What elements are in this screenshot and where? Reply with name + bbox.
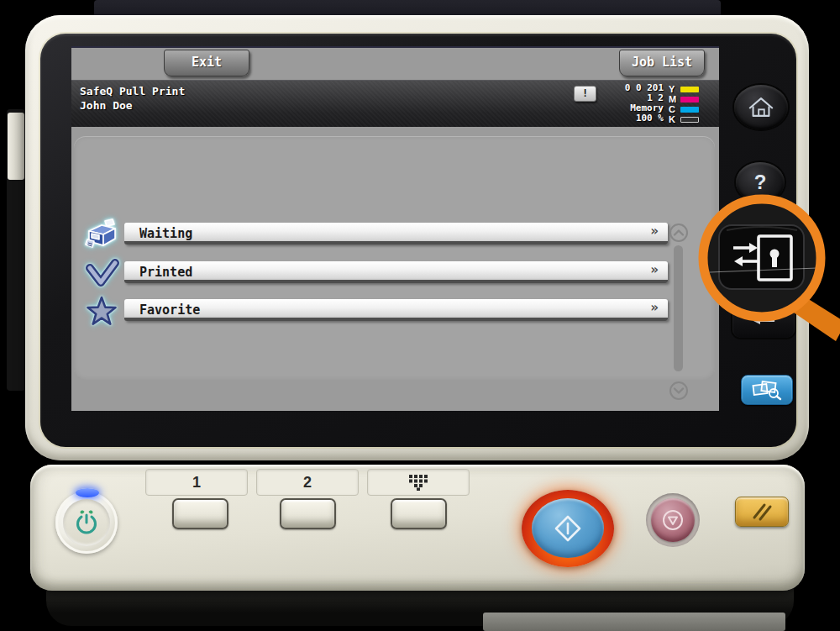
list-item-waiting[interactable]: Waiting »: [124, 223, 668, 245]
list-panel: [74, 136, 715, 380]
home-icon: [747, 95, 775, 119]
screen-housing: Exit Job List SafeQ Pull Print John Doe …: [25, 15, 809, 460]
toner-bar-black: [680, 117, 699, 123]
screen-main-area: Waiting » Printed » Favorite »: [71, 126, 719, 411]
list-item-label: Favorite: [139, 302, 200, 318]
printer-control-panel: Exit Job List SafeQ Pull Print John Doe …: [0, 0, 840, 631]
program-key-2[interactable]: [280, 498, 336, 529]
power-eco-icon: [72, 508, 101, 537]
preview-button[interactable]: [741, 375, 793, 405]
toner-row-cyan: C: [669, 104, 699, 114]
reset-icon: [747, 501, 777, 523]
key-plate-keypad: [367, 469, 470, 496]
toner-row-yellow: Y: [669, 84, 699, 94]
check-icon: [84, 256, 119, 292]
reset-button[interactable]: [735, 497, 789, 527]
scroll-down-button[interactable]: [669, 381, 689, 401]
toner-bar-magenta: [680, 97, 699, 103]
preview-icon: [751, 380, 783, 401]
toner-row-black: K: [669, 114, 699, 124]
access-login-button[interactable]: [719, 225, 804, 289]
power-button-face: [63, 499, 110, 546]
key-1-label: 1: [192, 474, 201, 492]
start-icon: [553, 513, 583, 544]
chevron-right-icon: »: [650, 223, 658, 239]
star-icon: [84, 294, 119, 329]
program-key-1[interactable]: [172, 498, 228, 529]
toner-bar-cyan: [680, 107, 699, 113]
start-button[interactable]: [522, 490, 614, 567]
list-item-favorite[interactable]: Favorite »: [124, 299, 668, 321]
menu-return-button[interactable]: [732, 301, 795, 338]
stylus: [8, 113, 24, 180]
stop-button-well: [646, 493, 700, 547]
key-plate-1: 1: [145, 469, 248, 496]
touchscreen: Exit Job List SafeQ Pull Print John Doe …: [71, 46, 719, 411]
key-2-label: 2: [303, 474, 312, 492]
job-list-button[interactable]: Job List: [619, 50, 705, 76]
home-button[interactable]: [734, 85, 788, 129]
menu-return-icon: [749, 309, 778, 329]
help-label: ?: [754, 171, 767, 194]
list-item-printed[interactable]: Printed »: [124, 261, 668, 283]
status-date: 0 0 201: [538, 83, 664, 93]
toner-levels: Y M C K: [669, 84, 699, 124]
keypad-panel: 1 2: [30, 465, 805, 591]
chevron-right-icon: »: [650, 299, 658, 315]
status-memory-value: 100 %: [538, 113, 664, 124]
key-plate-2: 2: [256, 469, 359, 496]
ten-key-icon: [408, 475, 428, 491]
exit-button[interactable]: Exit: [164, 50, 249, 76]
status-readout: 0 0 201 1 2 Memory 100 %: [538, 83, 664, 124]
list-item-label: Printed: [139, 265, 192, 280]
chevron-right-icon: »: [650, 261, 658, 277]
help-button[interactable]: ?: [736, 162, 785, 202]
printer-icon: [84, 217, 119, 252]
start-button-face: [532, 498, 604, 558]
stop-icon: [661, 508, 685, 532]
stop-button[interactable]: [651, 498, 695, 542]
ten-key-button[interactable]: [391, 498, 447, 529]
scroll-up-button[interactable]: [669, 223, 689, 243]
screen-bezel: Exit Job List SafeQ Pull Print John Doe …: [40, 34, 796, 447]
scrollbar-track[interactable]: [674, 245, 683, 371]
toner-bar-yellow: [680, 87, 699, 92]
power-button[interactable]: [55, 492, 118, 554]
app-title: SafeQ Pull Print: [80, 85, 185, 97]
power-led: [76, 488, 99, 497]
logged-in-user: John Doe: [80, 99, 133, 112]
toner-row-magenta: M: [669, 94, 699, 104]
list-item-label: Waiting: [139, 226, 192, 241]
machine-body-bottom-bar: [483, 613, 785, 631]
screen-header: SafeQ Pull Print John Doe ! 0 0 201 1 2 …: [71, 80, 719, 127]
